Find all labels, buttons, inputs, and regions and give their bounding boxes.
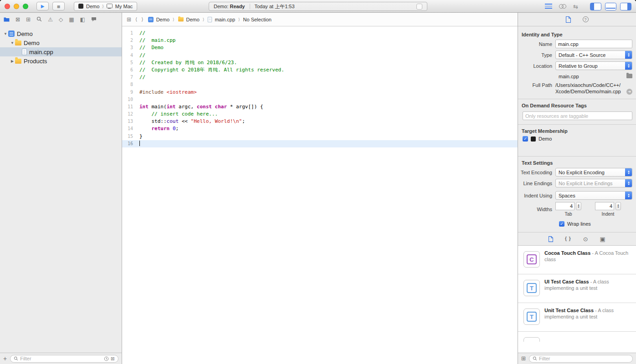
- navigator-filter-field[interactable]: ⊠: [10, 355, 118, 363]
- code-line-10[interactable]: 10: [122, 96, 518, 103]
- run-button[interactable]: ▶: [36, 2, 49, 10]
- assistant-editor-button[interactable]: [559, 4, 566, 9]
- file-template-library-tab[interactable]: [549, 236, 553, 242]
- tree-row-products[interactable]: ▶Products: [0, 56, 122, 66]
- test-navigator-icon: ◇: [59, 17, 63, 22]
- tree-row-main-cpp[interactable]: main.cpp: [0, 47, 122, 56]
- text-encoding-dropdown[interactable]: No Explicit Encoding ▲▼: [555, 168, 632, 177]
- activity-viewer: Demo: Ready Today at 上午1:53: [209, 2, 427, 11]
- reveal-path-arrow-icon[interactable]: ➔: [626, 89, 632, 95]
- toggle-inspector-button[interactable]: [620, 3, 631, 10]
- tree-row-demo[interactable]: ▼Demo: [0, 29, 122, 38]
- toggle-debug-area-button[interactable]: [605, 3, 616, 10]
- version-editor-button[interactable]: ⇆: [573, 4, 578, 10]
- code-line-16[interactable]: 16: [122, 140, 518, 147]
- template-icon: T: [523, 280, 540, 296]
- location-dropdown[interactable]: Relative to Group ▲▼: [555, 61, 632, 70]
- project-navigator-tab[interactable]: [4, 17, 10, 23]
- indent-width-stepper[interactable]: ▲▼: [615, 202, 621, 210]
- choose-folder-icon[interactable]: [626, 74, 632, 78]
- code-line-2[interactable]: 2// main.cpp: [122, 37, 518, 44]
- code-line-13[interactable]: 13 std::cout << "Hello, World!\n";: [122, 118, 518, 125]
- source-control-navigator-tab[interactable]: ⊠: [15, 17, 20, 22]
- main-area: ⊠⊞⚠◇▦◧ ▼Demo▼Demomain.cpp▶Products + ⊠ ⊞…: [0, 13, 636, 364]
- code-line-3[interactable]: 3// Demo: [122, 44, 518, 51]
- quick-help-inspector-tab[interactable]: ?: [583, 16, 589, 22]
- disclosure-triangle-icon[interactable]: ▶: [10, 59, 15, 63]
- code-line-7[interactable]: 7//: [122, 74, 518, 81]
- disclosure-triangle-icon[interactable]: ▼: [10, 41, 15, 45]
- breadcrumb-item[interactable]: Demo: [148, 16, 169, 23]
- code-line-1[interactable]: 1//: [122, 30, 518, 37]
- line-endings-dropdown[interactable]: No Explicit Line Endings ▲▼: [555, 179, 632, 187]
- status-divider: [250, 4, 250, 9]
- code-line-15[interactable]: 15}: [122, 133, 518, 140]
- recents-clock-icon[interactable]: [104, 356, 109, 361]
- object-library-icon: ⊙: [583, 236, 588, 242]
- type-dropdown[interactable]: Default - C++ Source ▲▼: [555, 51, 632, 59]
- library-item[interactable]: TUI Test Case Class - A class implementi…: [518, 274, 636, 303]
- library-view-mode-icon[interactable]: ⊞: [521, 356, 526, 361]
- library-item[interactable]: TUnit Test Case Class - A class implemen…: [518, 303, 636, 332]
- go-back-button[interactable]: ⟨: [135, 16, 137, 22]
- line-content: //: [139, 30, 145, 37]
- breadcrumb-item[interactable]: Demo: [178, 17, 200, 22]
- target-membership-row[interactable]: ✓Demo: [518, 136, 636, 142]
- scheme-target-icon: [78, 4, 83, 9]
- breadcrumb-item[interactable]: main.cpp: [207, 16, 235, 23]
- library-filter-input[interactable]: [539, 356, 629, 361]
- breakpoint-navigator-tab[interactable]: ◧: [80, 17, 85, 22]
- indent-width-field[interactable]: 4: [595, 202, 614, 210]
- wrap-lines-checkbox[interactable]: ✓: [559, 221, 564, 227]
- scheme-selector[interactable]: Demo ⟩ My Mac: [74, 2, 137, 11]
- tab-width-field[interactable]: 4: [555, 202, 574, 210]
- library-item-partial[interactable]: [518, 332, 636, 342]
- play-icon: ▶: [41, 4, 45, 9]
- toggle-navigator-button[interactable]: [590, 3, 601, 10]
- issue-navigator-tab[interactable]: ⚠: [48, 17, 53, 22]
- target-checkbox[interactable]: ✓: [523, 136, 528, 142]
- tab-width-stepper[interactable]: ▲▼: [576, 202, 581, 210]
- add-button[interactable]: +: [3, 355, 7, 362]
- code-line-5[interactable]: 5// Created by 肖纯 on 2018/6/23.: [122, 59, 518, 66]
- source-code-editor[interactable]: 1//2// main.cpp3// Demo4//5// Created by…: [122, 26, 518, 364]
- code-line-8[interactable]: 8: [122, 81, 518, 88]
- related-items-icon[interactable]: ⊞: [127, 17, 131, 22]
- code-line-4[interactable]: 4//: [122, 52, 518, 59]
- template-letter-icon: T: [527, 312, 537, 322]
- tree-row-demo[interactable]: ▼Demo: [0, 38, 122, 47]
- scm-filter-icon[interactable]: ⊠: [111, 356, 115, 361]
- debug-navigator-tab[interactable]: ▦: [69, 17, 74, 22]
- library-item[interactable]: CCocoa Touch Class - A Cocoa Touch class: [518, 246, 636, 274]
- name-field[interactable]: [555, 40, 632, 48]
- indent-using-dropdown[interactable]: Spaces ▲▼: [555, 191, 632, 200]
- object-library-tab[interactable]: ⊙: [583, 236, 588, 242]
- code-line-6[interactable]: 6// Copyright © 2018年 肖纯. All rights res…: [122, 66, 518, 74]
- breadcrumb-item[interactable]: No Selection: [243, 17, 272, 22]
- navigator-filter-input[interactable]: [20, 356, 102, 361]
- code-snippet-library-tab[interactable]: { }: [565, 237, 571, 241]
- zoom-window-button[interactable]: [23, 4, 28, 9]
- media-library-tab[interactable]: ▣: [600, 236, 605, 242]
- code-line-11[interactable]: 11int main(int argc, const char * argv[]…: [122, 103, 518, 111]
- file-inspector-tab[interactable]: [566, 16, 571, 23]
- resource-tags-field[interactable]: [523, 111, 632, 120]
- code-line-12[interactable]: 12 // insert code here...: [122, 111, 518, 118]
- find-navigator-tab[interactable]: [36, 16, 42, 23]
- close-window-button[interactable]: [5, 4, 10, 9]
- wrap-lines-label: Wrap lines: [567, 221, 591, 227]
- dropdown-arrows-icon: ▲▼: [625, 168, 632, 177]
- minimize-window-button[interactable]: [14, 4, 19, 9]
- library-filter-field[interactable]: [529, 355, 633, 363]
- report-navigator-tab[interactable]: [91, 17, 97, 23]
- go-forward-button[interactable]: ⟩: [141, 16, 143, 22]
- disclosure-triangle-icon[interactable]: ▼: [3, 32, 8, 36]
- stop-button[interactable]: ◼: [52, 2, 65, 10]
- symbol-navigator-tab[interactable]: ⊞: [26, 17, 31, 22]
- template-icon: T: [523, 308, 540, 325]
- code-line-9[interactable]: 9#include <iostream>: [122, 89, 518, 96]
- standard-editor-button[interactable]: [545, 2, 552, 10]
- code-line-14[interactable]: 14 return 0;: [122, 125, 518, 132]
- test-navigator-tab[interactable]: ◇: [59, 17, 63, 22]
- help-icon: ?: [583, 16, 589, 22]
